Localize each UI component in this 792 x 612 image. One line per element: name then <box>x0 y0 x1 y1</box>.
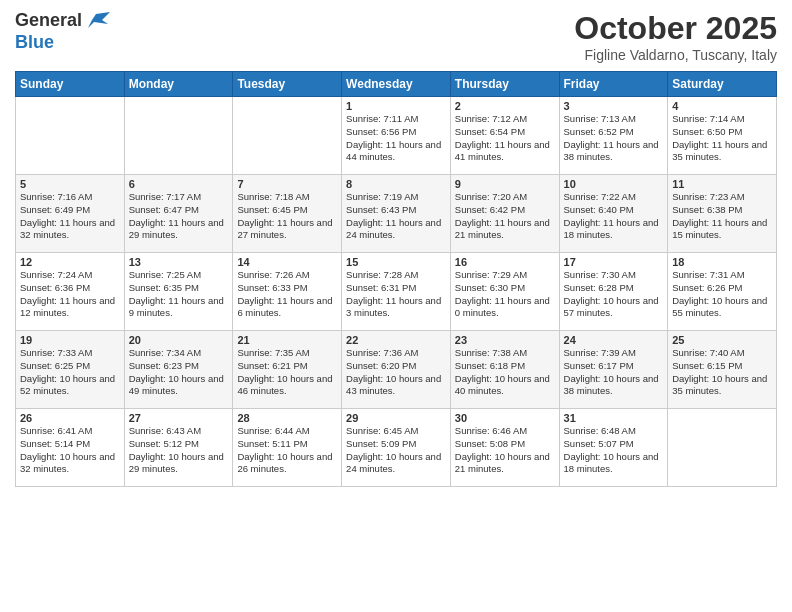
day-info: Daylight: 10 hours and 29 minutes. <box>129 451 229 477</box>
day-number: 14 <box>237 256 337 268</box>
day-info: Daylight: 10 hours and 38 minutes. <box>564 373 664 399</box>
day-number: 16 <box>455 256 555 268</box>
day-info: Daylight: 10 hours and 24 minutes. <box>346 451 446 477</box>
calendar-cell: 17Sunrise: 7:30 AMSunset: 6:28 PMDayligh… <box>559 253 668 331</box>
day-info: Sunset: 6:30 PM <box>455 282 555 295</box>
calendar-cell: 29Sunrise: 6:45 AMSunset: 5:09 PMDayligh… <box>342 409 451 487</box>
day-info: Daylight: 10 hours and 35 minutes. <box>672 373 772 399</box>
day-info: Sunset: 6:18 PM <box>455 360 555 373</box>
day-number: 9 <box>455 178 555 190</box>
day-info: Daylight: 11 hours and 24 minutes. <box>346 217 446 243</box>
day-info: Daylight: 10 hours and 43 minutes. <box>346 373 446 399</box>
day-info: Sunset: 5:11 PM <box>237 438 337 451</box>
calendar-cell: 16Sunrise: 7:29 AMSunset: 6:30 PMDayligh… <box>450 253 559 331</box>
day-info: Sunrise: 7:20 AM <box>455 191 555 204</box>
day-info: Sunset: 6:31 PM <box>346 282 446 295</box>
day-info: Sunset: 6:28 PM <box>564 282 664 295</box>
page: General Blue October 2025 Figline Valdar… <box>0 0 792 612</box>
calendar-table: SundayMondayTuesdayWednesdayThursdayFrid… <box>15 71 777 487</box>
day-info: Sunrise: 7:22 AM <box>564 191 664 204</box>
day-info: Daylight: 10 hours and 55 minutes. <box>672 295 772 321</box>
day-number: 7 <box>237 178 337 190</box>
day-info: Daylight: 11 hours and 15 minutes. <box>672 217 772 243</box>
day-number: 6 <box>129 178 229 190</box>
day-info: Sunset: 6:25 PM <box>20 360 120 373</box>
day-number: 17 <box>564 256 664 268</box>
day-info: Sunset: 6:43 PM <box>346 204 446 217</box>
day-info: Sunset: 6:33 PM <box>237 282 337 295</box>
week-row-3: 12Sunrise: 7:24 AMSunset: 6:36 PMDayligh… <box>16 253 777 331</box>
calendar-cell: 31Sunrise: 6:48 AMSunset: 5:07 PMDayligh… <box>559 409 668 487</box>
calendar-cell <box>124 97 233 175</box>
calendar-cell: 7Sunrise: 7:18 AMSunset: 6:45 PMDaylight… <box>233 175 342 253</box>
day-info: Daylight: 10 hours and 46 minutes. <box>237 373 337 399</box>
calendar-cell <box>16 97 125 175</box>
day-info: Daylight: 10 hours and 32 minutes. <box>20 451 120 477</box>
day-info: Sunrise: 7:26 AM <box>237 269 337 282</box>
day-header-friday: Friday <box>559 72 668 97</box>
day-info: Sunrise: 7:30 AM <box>564 269 664 282</box>
day-info: Sunset: 6:20 PM <box>346 360 446 373</box>
day-number: 23 <box>455 334 555 346</box>
calendar-cell: 8Sunrise: 7:19 AMSunset: 6:43 PMDaylight… <box>342 175 451 253</box>
day-header-wednesday: Wednesday <box>342 72 451 97</box>
day-info: Sunset: 6:42 PM <box>455 204 555 217</box>
day-number: 19 <box>20 334 120 346</box>
calendar-cell: 30Sunrise: 6:46 AMSunset: 5:08 PMDayligh… <box>450 409 559 487</box>
day-info: Daylight: 10 hours and 26 minutes. <box>237 451 337 477</box>
calendar-cell: 2Sunrise: 7:12 AMSunset: 6:54 PMDaylight… <box>450 97 559 175</box>
day-info: Sunset: 6:52 PM <box>564 126 664 139</box>
day-info: Sunset: 6:49 PM <box>20 204 120 217</box>
day-info: Sunset: 5:07 PM <box>564 438 664 451</box>
calendar-cell: 15Sunrise: 7:28 AMSunset: 6:31 PMDayligh… <box>342 253 451 331</box>
calendar-cell: 6Sunrise: 7:17 AMSunset: 6:47 PMDaylight… <box>124 175 233 253</box>
month-title: October 2025 <box>574 10 777 47</box>
day-info: Sunset: 5:14 PM <box>20 438 120 451</box>
calendar-cell: 22Sunrise: 7:36 AMSunset: 6:20 PMDayligh… <box>342 331 451 409</box>
day-info: Daylight: 11 hours and 6 minutes. <box>237 295 337 321</box>
day-info: Sunrise: 7:36 AM <box>346 347 446 360</box>
day-number: 5 <box>20 178 120 190</box>
day-number: 21 <box>237 334 337 346</box>
calendar-cell: 23Sunrise: 7:38 AMSunset: 6:18 PMDayligh… <box>450 331 559 409</box>
day-number: 4 <box>672 100 772 112</box>
day-info: Sunrise: 7:28 AM <box>346 269 446 282</box>
calendar-cell: 12Sunrise: 7:24 AMSunset: 6:36 PMDayligh… <box>16 253 125 331</box>
day-info: Sunrise: 7:25 AM <box>129 269 229 282</box>
day-info: Sunrise: 6:46 AM <box>455 425 555 438</box>
calendar-cell: 4Sunrise: 7:14 AMSunset: 6:50 PMDaylight… <box>668 97 777 175</box>
calendar-cell: 9Sunrise: 7:20 AMSunset: 6:42 PMDaylight… <box>450 175 559 253</box>
day-number: 10 <box>564 178 664 190</box>
calendar-cell: 28Sunrise: 6:44 AMSunset: 5:11 PMDayligh… <box>233 409 342 487</box>
calendar-cell: 27Sunrise: 6:43 AMSunset: 5:12 PMDayligh… <box>124 409 233 487</box>
day-info: Sunset: 6:26 PM <box>672 282 772 295</box>
svg-marker-0 <box>88 12 110 28</box>
day-header-saturday: Saturday <box>668 72 777 97</box>
day-info: Sunrise: 7:23 AM <box>672 191 772 204</box>
day-info: Sunrise: 7:24 AM <box>20 269 120 282</box>
day-number: 11 <box>672 178 772 190</box>
header: General Blue October 2025 Figline Valdar… <box>15 10 777 63</box>
day-number: 27 <box>129 412 229 424</box>
week-row-5: 26Sunrise: 6:41 AMSunset: 5:14 PMDayligh… <box>16 409 777 487</box>
day-number: 30 <box>455 412 555 424</box>
calendar-cell: 25Sunrise: 7:40 AMSunset: 6:15 PMDayligh… <box>668 331 777 409</box>
day-info: Sunrise: 6:45 AM <box>346 425 446 438</box>
day-info: Daylight: 11 hours and 27 minutes. <box>237 217 337 243</box>
calendar-cell: 10Sunrise: 7:22 AMSunset: 6:40 PMDayligh… <box>559 175 668 253</box>
day-info: Daylight: 11 hours and 0 minutes. <box>455 295 555 321</box>
day-info: Sunrise: 7:39 AM <box>564 347 664 360</box>
week-row-1: 1Sunrise: 7:11 AMSunset: 6:56 PMDaylight… <box>16 97 777 175</box>
day-info: Daylight: 11 hours and 3 minutes. <box>346 295 446 321</box>
day-info: Sunset: 6:54 PM <box>455 126 555 139</box>
day-number: 12 <box>20 256 120 268</box>
calendar-cell: 21Sunrise: 7:35 AMSunset: 6:21 PMDayligh… <box>233 331 342 409</box>
logo-bird-icon <box>88 10 110 32</box>
calendar-cell: 26Sunrise: 6:41 AMSunset: 5:14 PMDayligh… <box>16 409 125 487</box>
day-info: Daylight: 10 hours and 57 minutes. <box>564 295 664 321</box>
day-header-tuesday: Tuesday <box>233 72 342 97</box>
day-info: Daylight: 10 hours and 52 minutes. <box>20 373 120 399</box>
calendar-cell: 24Sunrise: 7:39 AMSunset: 6:17 PMDayligh… <box>559 331 668 409</box>
day-info: Sunset: 6:23 PM <box>129 360 229 373</box>
day-info: Sunrise: 6:41 AM <box>20 425 120 438</box>
